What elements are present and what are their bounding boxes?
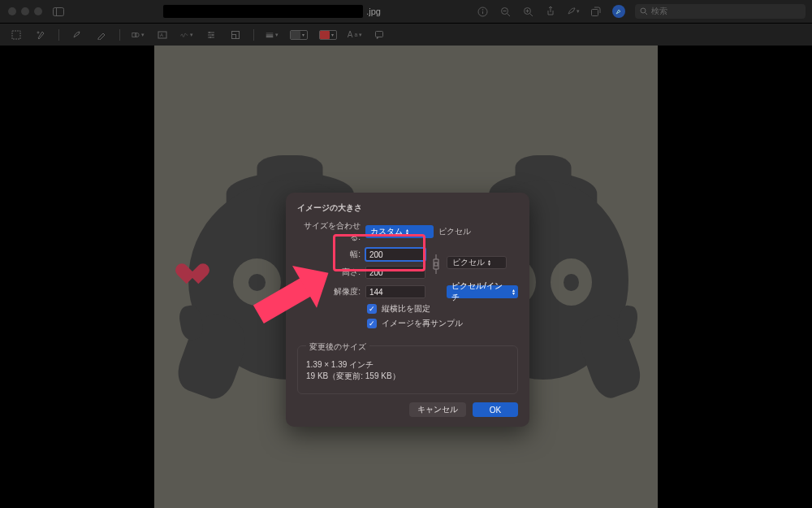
svg-point-24 [209,32,210,33]
resolution-label: 解像度: [297,286,361,297]
svg-line-14 [646,13,648,15]
heart-decoration [183,255,205,278]
separator [253,29,254,41]
font-style-dropdown[interactable]: Aa▾ [348,28,361,41]
resolution-unit-select[interactable]: ピクセル/インチ ▴▾ [447,285,518,298]
scale-proportionally-row: ✓ 縦横比を固定 [367,303,518,315]
svg-point-25 [212,34,214,36]
height-row: 高さ: 200 [297,266,425,279]
fit-into-select[interactable]: カスタム ▴▾ [365,225,434,238]
resulting-dimensions: 1.39 × 1.39 インチ [306,359,509,371]
instant-alpha-icon[interactable] [34,28,47,41]
width-label: 幅: [297,249,361,260]
sketch-tool-icon[interactable] [71,28,84,41]
svg-point-13 [641,8,646,13]
svg-point-18 [135,33,139,37]
svg-rect-28 [232,34,236,38]
updown-icon: ▴▾ [488,259,490,266]
height-label: 高さ: [297,267,361,278]
sidebar-toggle-icon[interactable] [52,5,65,18]
markup-toolbar: ▾ A ▾ ▾ ▾ ▾ Aa▾ [0,23,812,46]
dimension-unit-select[interactable]: ピクセル ▴▾ [447,256,507,269]
resulting-size-group: 変更後のサイズ 1.39 × 1.39 インチ 19 KB（変更前: 159 K… [297,345,518,394]
close-window-button[interactable] [8,7,16,15]
info-icon[interactable] [476,5,489,18]
svg-rect-0 [54,7,64,15]
cancel-button[interactable]: キャンセル [409,402,466,417]
lock-aspect-icon[interactable] [430,248,442,280]
zoom-in-icon[interactable] [521,5,534,18]
svg-rect-12 [592,10,598,16]
app-root: .jpg ▾ 検索 ▾ A ▾ ▾ ▾ ▾ A [0,0,812,508]
scale-proportionally-label: 縦横比を固定 [382,303,430,315]
draw-tool-icon[interactable] [95,28,108,41]
resample-checkbox[interactable]: ✓ [367,319,377,328]
fit-into-label: サイズを合わせる: [297,220,361,243]
separator [119,29,120,41]
filename-extension: .jpg [366,7,381,16]
svg-line-9 [529,13,533,16]
adjust-size-icon[interactable] [229,28,242,41]
updown-icon: ▴▾ [512,289,515,295]
search-icon [640,7,648,15]
search-input[interactable]: 検索 [635,4,806,19]
resolution-input[interactable]: 144 [365,285,425,298]
rotate-icon[interactable] [590,5,603,18]
height-input[interactable]: 200 [365,266,425,279]
image-size-dialog: イメージの大きさ サイズを合わせる: カスタム ▴▾ ピクセル 幅: 200 [286,193,529,427]
dialog-button-bar: キャンセル OK [286,402,529,427]
markup-dropdown-icon[interactable]: ▾ [567,5,580,18]
zoom-out-icon[interactable] [499,5,512,18]
svg-point-26 [209,37,211,38]
titlebar-right: ▾ 検索 [476,0,806,23]
share-icon[interactable] [544,5,557,18]
svg-line-6 [507,13,510,16]
resample-label: イメージを再サンプル [382,318,463,329]
fill-color-picker[interactable]: ▾ [319,30,337,40]
svg-rect-15 [12,31,20,39]
window-controls [8,7,42,15]
resample-row: ✓ イメージを再サンプル [367,318,518,329]
highlight-icon[interactable] [612,5,625,18]
dimension-unit-value: ピクセル [452,257,485,268]
width-input[interactable]: 200 [365,248,425,261]
titlebar: .jpg ▾ 検索 [0,0,812,23]
fit-into-row: サイズを合わせる: カスタム ▴▾ ピクセル [297,220,518,243]
resolution-row: 解像度: 144 ピクセル/インチ ▴▾ [297,285,518,298]
selection-tool-icon[interactable] [10,28,23,41]
stroke-color-picker[interactable]: ▾ [290,30,308,40]
updown-icon: ▴▾ [406,228,408,235]
zoom-window-button[interactable] [34,7,42,15]
width-row: 幅: 200 [297,248,425,261]
dialog-title: イメージの大きさ [297,202,518,214]
filename-redacted [163,5,363,18]
canvas-area: イメージの大きさ サイズを合わせる: カスタム ▴▾ ピクセル 幅: 200 [0,46,812,508]
resulting-filesize: 19 KB（変更前: 159 KB） [306,371,509,382]
separator [58,29,59,41]
svg-point-4 [482,9,483,11]
resolution-unit-value: ピクセル/インチ [451,280,509,303]
minimize-window-button[interactable] [21,7,29,15]
svg-rect-33 [434,263,438,266]
adjust-color-icon[interactable] [205,28,218,41]
shapes-dropdown-icon[interactable]: ▾ [132,28,145,41]
line-style-dropdown[interactable]: ▾ [266,28,279,41]
svg-text:A: A [160,33,163,37]
ok-button[interactable]: OK [473,402,518,417]
search-placeholder: 検索 [651,6,667,17]
text-tool-icon[interactable]: A [156,28,169,41]
scale-proportionally-checkbox[interactable]: ✓ [367,304,377,314]
annotate-icon[interactable] [373,28,386,41]
window-title: .jpg [73,0,471,23]
sign-dropdown-icon[interactable]: ▾ [180,28,193,41]
fit-into-unit: ピクセル [438,226,471,237]
svg-point-16 [37,32,39,33]
fit-into-value: カスタム [370,226,403,237]
svg-rect-32 [376,31,383,37]
resulting-size-title: 変更後のサイズ [306,341,369,353]
